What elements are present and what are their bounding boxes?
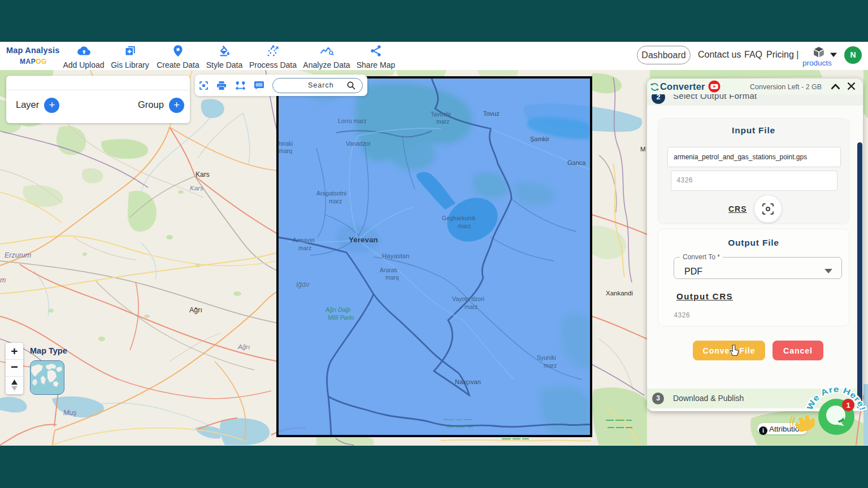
svg-text:marq: marq xyxy=(279,147,292,154)
svg-text:Kars: Kars xyxy=(190,185,203,191)
svg-text:Armaviri: Armaviri xyxy=(293,237,315,243)
svg-text:marz: marz xyxy=(544,362,557,369)
svg-text:Xankandi: Xankandi xyxy=(606,290,633,297)
svg-text:Ganca: Ganca xyxy=(567,159,586,166)
svg-text:hiraki: hiraki xyxy=(279,140,293,147)
svg-text:Naxçıvan: Naxçıvan xyxy=(455,378,481,385)
svg-text:Millî Parkı: Millî Parkı xyxy=(328,314,354,321)
svg-text:Tovuz: Tovuz xyxy=(483,110,500,117)
svg-text:Kars: Kars xyxy=(196,171,210,178)
svg-text:marz: marz xyxy=(329,198,342,204)
svg-text:marz: marz xyxy=(298,245,311,251)
svg-text:M: M xyxy=(640,146,646,152)
svg-text:Iğdır: Iğdır xyxy=(296,281,310,289)
svg-text:Araratı: Araratı xyxy=(380,267,398,273)
svg-text:Hayastan: Hayastan xyxy=(382,252,410,259)
svg-text:Aragatsotni: Aragatsotni xyxy=(316,190,346,197)
svg-text:Ağrı: Ağrı xyxy=(189,306,202,314)
svg-text:Gegharkunik: Gegharkunik xyxy=(442,215,476,221)
svg-text:1: 1 xyxy=(846,401,850,409)
svg-text:marz: marz xyxy=(465,303,478,310)
svg-text:Ağrı: Ağrı xyxy=(237,343,250,350)
svg-text:Erzurum: Erzurum xyxy=(5,251,31,259)
svg-text:marz: marz xyxy=(436,118,449,125)
svg-text:Lorru marz: Lorru marz xyxy=(338,117,367,124)
svg-text:marz: marz xyxy=(458,223,471,229)
svg-text:Muş: Muş xyxy=(63,409,77,417)
svg-text:Ağrı Dağı: Ağrı Dağı xyxy=(325,306,350,313)
svg-text:Yerevan: Yerevan xyxy=(349,236,378,244)
svg-text:Vayots dzori: Vayots dzori xyxy=(452,295,484,302)
svg-text:Tavushi: Tavushi xyxy=(431,111,451,117)
svg-text:Syuniki: Syuniki xyxy=(537,354,556,361)
svg-text:m: m xyxy=(0,276,6,284)
svg-text:marq: marq xyxy=(385,274,399,281)
svg-text:Vanadzor: Vanadzor xyxy=(346,140,371,147)
svg-text:Şamkir: Şamkir xyxy=(530,136,550,142)
